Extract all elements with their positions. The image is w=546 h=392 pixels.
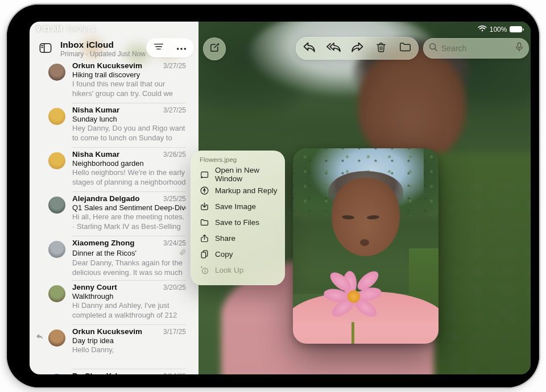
- search-field[interactable]: Search: [423, 38, 529, 59]
- email-preview: Dear Danny, Thanks again for the delicio…: [72, 258, 186, 277]
- sidebar-toggle-button[interactable]: [35, 40, 56, 58]
- reply-all-icon: [326, 41, 341, 56]
- folder-button[interactable]: [395, 38, 415, 59]
- ipad-bezel: Inbox iCloud Primary · Updated Just Now: [7, 5, 539, 387]
- email-list-item[interactable]: Orkun Kucuksevim 3/17/25 Day trip idea H…: [30, 325, 198, 369]
- avatar: [48, 330, 65, 347]
- pink-flower: [322, 266, 385, 326]
- attachment-icon: [180, 248, 186, 258]
- filter-icon: [154, 43, 164, 53]
- email-date: 3/27/25: [163, 106, 186, 114]
- more-button[interactable]: [172, 38, 191, 57]
- forward-icon: [350, 41, 364, 56]
- image-preview-card[interactable]: [293, 148, 439, 344]
- screen: Inbox iCloud Primary · Updated Just Now: [30, 22, 531, 374]
- status-date: Tue Apr 1: [67, 25, 96, 33]
- menu-item-label: Save Image: [215, 202, 256, 211]
- open-new-window-icon: [198, 169, 210, 180]
- menu-item-save-to-files[interactable]: Save to Files: [191, 214, 285, 230]
- email-subject: Sunday lunch: [72, 115, 117, 123]
- email-list-item[interactable]: Jenny Court 3/20/25 Walkthrough Hi Danny…: [30, 281, 198, 325]
- battery-percent: 100%: [490, 26, 507, 34]
- search-placeholder: Search: [441, 44, 515, 53]
- context-menu-title: Flowers.jpeg: [191, 156, 285, 166]
- markup-icon: [198, 185, 210, 196]
- email-list-item[interactable]: Alejandra Delgado 3/25/25 Q1 Sales and S…: [30, 192, 198, 236]
- trash-icon: [375, 41, 387, 56]
- menu-item-look-up: Look Up: [191, 262, 285, 278]
- folder-icon: [399, 42, 411, 55]
- clock: 9:41 AM: [36, 25, 63, 33]
- save-image-icon: [198, 201, 210, 212]
- sender-name: Alejandra Delgado: [72, 194, 140, 203]
- reply-all-button[interactable]: [323, 38, 344, 59]
- wifi-icon: [478, 25, 487, 34]
- screenshot-root: Inbox iCloud Primary · Updated Just Now: [0, 0, 546, 392]
- more-icon: [176, 43, 187, 53]
- status-bar: 9:41 AM Tue Apr 1 100%: [30, 25, 531, 35]
- menu-item-label: Copy: [215, 250, 233, 258]
- replied-icon: [36, 332, 43, 342]
- sender-name: Orkun Kucuksevim: [72, 61, 142, 70]
- mic-icon[interactable]: [515, 42, 523, 55]
- email-preview: I found this new trail that our hikers' …: [72, 80, 186, 98]
- mail-list-panel: Inbox iCloud Primary · Updated Just Now: [30, 22, 198, 374]
- copy-icon: [198, 248, 210, 260]
- mailbox-title: Inbox iCloud: [60, 40, 146, 50]
- message-toolbar: [296, 37, 419, 60]
- email-list-item[interactable]: Po-Chun Yeh 3/14/25: [30, 369, 198, 374]
- email-date: 3/17/25: [163, 328, 186, 336]
- avatar: [48, 108, 65, 125]
- sender-name: Po-Chun Yeh: [72, 372, 120, 374]
- email-list-item[interactable]: Orkun Kucuksevim 3/27/25 Hiking trail di…: [30, 59, 198, 103]
- email-preview: Hello neighbors! We're in the early stag…: [72, 168, 186, 187]
- email-subject: Day trip idea: [72, 336, 114, 345]
- trash-button[interactable]: [371, 38, 391, 59]
- email-preview: Hi Danny and Ashley, I've just completed…: [72, 301, 186, 320]
- email-date: 3/14/25: [163, 372, 186, 374]
- battery-icon: [510, 26, 524, 32]
- email-date: 3/24/25: [163, 239, 186, 247]
- email-date: 3/25/25: [163, 195, 186, 203]
- child-mouth: [360, 239, 369, 246]
- compose-button[interactable]: [203, 37, 226, 60]
- mailbox-controls: [146, 38, 194, 57]
- menu-item-markup-and-reply[interactable]: Markup and Reply: [191, 182, 285, 198]
- sender-name: Nisha Kumar: [72, 106, 119, 114]
- sidebar-toggle-icon: [39, 43, 52, 56]
- menu-item-share[interactable]: Share: [191, 230, 285, 246]
- avatar: [48, 374, 65, 374]
- avatar: [48, 197, 65, 214]
- forward-button[interactable]: [347, 38, 367, 59]
- context-menu: Flowers.jpeg Open in New WindowMarkup an…: [191, 151, 285, 285]
- menu-item-label: Open in New Window: [215, 166, 278, 183]
- filter-button[interactable]: [149, 38, 168, 57]
- menu-item-copy[interactable]: Copy: [191, 246, 285, 262]
- sender-name: Nisha Kumar: [72, 150, 119, 159]
- reply-button[interactable]: [299, 38, 320, 59]
- menu-item-save-image[interactable]: Save Image: [191, 198, 285, 214]
- email-subject: Q1 Sales and Sentiment Deep-Dive: [72, 203, 186, 212]
- sender-name: Xiaomeng Zhong: [72, 239, 135, 247]
- menu-item-label: Save to Files: [215, 218, 259, 227]
- search-icon: [429, 43, 438, 54]
- menu-item-open-in-new-window[interactable]: Open in New Window: [191, 166, 285, 182]
- menu-item-label: Share: [215, 234, 235, 243]
- sender-name: Orkun Kucuksevim: [72, 327, 142, 336]
- email-list-item[interactable]: Nisha Kumar 3/26/25 Neighborhood garden …: [30, 148, 198, 192]
- email-subject: Walkthrough: [72, 292, 114, 301]
- mailbox-status: Primary · Updated Just Now: [60, 51, 146, 59]
- email-preview: Hi all, Here are the meeting notes. · St…: [72, 212, 186, 231]
- look-up-icon: [198, 264, 210, 276]
- compose-icon: [209, 42, 220, 56]
- share-icon: [198, 232, 210, 244]
- avatar: [48, 64, 65, 81]
- email-subject: Hiking trail discovery: [72, 70, 140, 79]
- sender-name: Jenny Court: [72, 283, 117, 291]
- avatar: [48, 152, 65, 169]
- email-preview: Hello Danny,: [72, 345, 186, 364]
- menu-item-label: Markup and Reply: [215, 186, 278, 195]
- email-list-item[interactable]: Nisha Kumar 3/27/25 Sunday lunch Hey Dan…: [30, 103, 198, 148]
- avatar: [48, 285, 65, 302]
- email-list-item[interactable]: Xiaomeng Zhong 3/24/25 Dinner at the Ric…: [30, 236, 198, 281]
